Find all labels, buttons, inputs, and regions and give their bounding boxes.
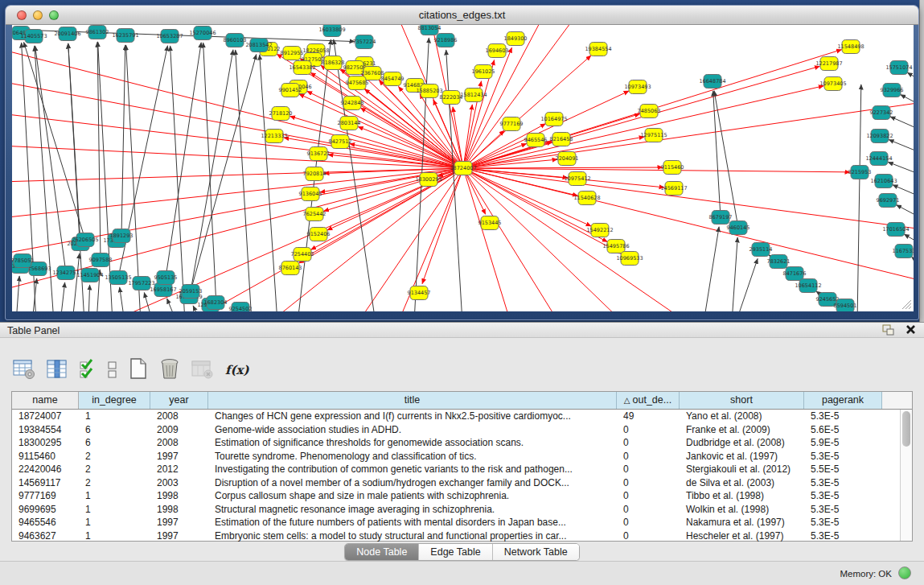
new-table-button[interactable] [129,358,148,382]
graph-node[interactable]: 7832621 [767,255,791,269]
graph-node[interactable]: 9136721 [307,147,331,161]
graph-node[interactable]: 9329966 [881,84,904,97]
table-scrollbar[interactable] [900,410,912,541]
graph-node[interactable]: 9505135 [154,271,178,285]
graph-node[interactable]: 15492212 [586,224,613,237]
graph-node[interactable]: 9153445 [478,216,502,230]
graph-node[interactable]: 10975412 [564,172,590,186]
graph-node[interactable]: 7485063 [638,105,661,118]
graph-node[interactable]: 12975115 [640,129,667,142]
graph-node[interactable]: 10653287 [156,30,183,43]
graph-node[interactable]: 14569117 [660,182,687,196]
graph-node[interactable]: 9460145 [727,221,750,235]
graph-node[interactable]: 9692971 [877,194,900,208]
tab-edge-table[interactable]: Edge Table [418,544,491,560]
graph-node[interactable]: 2935114 [749,243,773,257]
graph-node[interactable]: 7357224 [353,35,376,49]
graph-node[interactable]: 7920814 [303,167,326,181]
graph-node[interactable]: 12342757 [52,266,79,280]
graph-node[interactable]: 12444154 [865,152,892,166]
select-all-button[interactable] [79,359,97,382]
graph-node[interactable]: 7625442 [303,208,326,221]
column-header-out_de[interactable]: △out_de... [617,392,680,409]
graph-node[interactable]: 9777169 [500,117,524,131]
graph-node[interactable]: 8186328 [322,56,345,70]
delete-table-button[interactable] [191,359,214,382]
graph-node[interactable]: 2718120 [269,107,293,121]
table-row[interactable]: 1830029562008Estimation of significance … [12,436,912,450]
resize-grip[interactable] [899,297,912,310]
graph-node[interactable]: 2204091 [556,152,579,166]
insert-column-button[interactable] [47,359,68,382]
graph-node[interactable]: 20091406 [54,27,80,41]
graph-node[interactable]: 9152406 [307,228,331,241]
function-builder-button[interactable]: f(x) [225,363,249,377]
table-row[interactable]: 977716911998Corpus callosum shape and si… [12,489,912,503]
graph-node[interactable]: 9227342 [870,106,893,120]
scrollbar-thumb[interactable] [902,411,910,447]
graph-node[interactable]: 8216458 [550,133,573,146]
table-row[interactable]: 1938455462009Genome-wide association stu… [12,423,912,437]
graph-node[interactable]: 9475685 [346,76,369,90]
clear-selection-button[interactable] [108,359,117,382]
graph-node[interactable]: 9136045 [299,187,322,201]
network-canvas[interactable]: 1872400718300295986012289129551822605891… [12,25,914,311]
graph-node[interactable]: 9218986 [434,34,458,47]
graph-node[interactable]: 9465546 [524,134,548,147]
table-row[interactable]: 969969511998Structural magnetic resonanc… [12,503,912,517]
tab-node-table[interactable]: Node Table [345,544,418,560]
graph-node[interactable]: 9097588 [89,253,113,267]
graph-node[interactable]: 8960103 [224,34,247,47]
graph-node[interactable]: 10973405 [819,77,846,91]
graph-node[interactable]: 12217987 [815,57,842,71]
graph-node[interactable]: 9861302 [86,26,109,39]
graph-node[interactable]: 2059153 [179,285,203,299]
graph-node[interactable]: 1167533 [893,245,914,258]
graph-node[interactable]: 16648784 [699,75,725,89]
table-row[interactable]: 1872400712008Changes of HCN gene express… [12,410,912,423]
column-header-name[interactable]: name [12,392,79,409]
graph-node[interactable]: 15270046 [189,27,216,40]
graph-node[interactable]: 1891293 [110,229,133,243]
graph-node[interactable]: 7254402 [291,248,314,262]
close-panel-button[interactable] [906,324,916,336]
graph-node[interactable]: 1849300 [504,32,528,46]
graph-node[interactable]: 8760143 [279,262,302,275]
network-window-titlebar[interactable]: citations_edges.txt [6,6,918,25]
column-header-short[interactable]: short [680,392,804,409]
graph-node[interactable]: 8679197 [709,211,733,225]
column-header-pagerank[interactable]: pagerank [804,392,882,409]
table-row[interactable]: 946362711997Embryonic stem cells: a mode… [12,529,912,543]
graph-node[interactable]: 16210643 [870,175,897,188]
graph-node[interactable]: 16235791 [112,29,138,43]
graph-node[interactable]: 11540628 [573,192,600,205]
graph-node[interactable]: 2803144 [338,117,361,130]
graph-node[interactable]: 8427512 [329,135,352,149]
graph-node[interactable]: 11548498 [837,40,864,54]
graph-node[interactable]: 12093822 [866,130,893,143]
graph-node[interactable]: 8813054 [418,25,441,35]
graph-node[interactable]: 1694603 [486,44,509,58]
table-row[interactable]: 2242004622012Investigating the contribut… [12,463,912,476]
graph-node[interactable]: 10973493 [624,80,651,94]
graph-node[interactable]: 8215953 [848,166,872,179]
table-settings-button[interactable] [13,359,35,382]
table-row[interactable]: 911546021997Tourette syndrome. Phenomeno… [12,450,912,463]
delete-rows-button[interactable] [159,358,180,382]
graph-node[interactable]: 7785051 [12,254,34,268]
graph-node[interactable]: 9134457 [408,286,431,300]
graph-node[interactable]: 9901452 [279,84,302,97]
table-row[interactable]: 946554611997Estimation of the future num… [12,516,912,529]
float-panel-button[interactable] [882,324,894,336]
graph-node[interactable]: 8454749 [381,72,405,86]
column-header-title[interactable]: title [208,392,617,409]
graph-node[interactable]: 9115460 [661,161,684,175]
graph-node[interactable]: 8222034 [440,91,463,105]
table-row[interactable]: 1456911722003Disruption of a novel membe… [12,476,912,490]
graph-node[interactable]: 8471676 [783,267,807,281]
graph-node[interactable]: 9254502 [229,303,253,312]
graph-node[interactable]: 9242848 [341,97,364,110]
graph-node[interactable]: 15751074 [885,61,912,75]
graph-node[interactable]: 16033809 [318,25,345,37]
graph-node[interactable]: 19384554 [585,43,611,56]
